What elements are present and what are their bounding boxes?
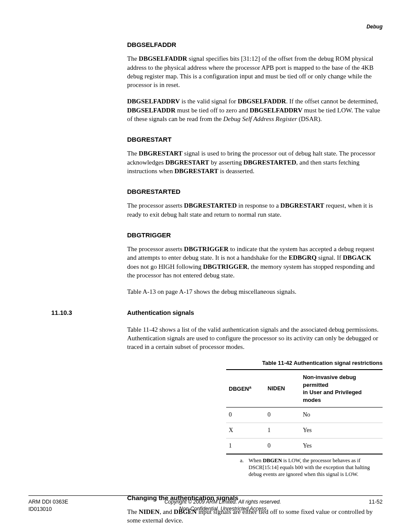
footnote-text: When DBGEN is LOW, the processor behaves… (249, 457, 383, 478)
table-row: 0 0 No (226, 408, 383, 423)
table-row: 1 0 Yes (226, 439, 383, 454)
table-header-row: DBGENa NIDEN Non-invasive debug permitte… (226, 370, 383, 408)
cell-niden: 0 (265, 408, 300, 423)
signal-dbgrestarted: DBGRESTARTED (184, 202, 237, 209)
text: When (249, 457, 263, 464)
heading-dbgtrigger: DBGTRIGGER (127, 231, 383, 240)
text: . If the offset cannot be determined, (286, 98, 378, 105)
para-dbgtrigger-1: The processor asserts DBGTRIGGER to indi… (127, 245, 383, 280)
page-footer: ARM DDI 0363E ID013010 Copyright © 2009 … (28, 495, 383, 513)
text: is the valid signal for (180, 98, 238, 105)
footer-center: Copyright © 2009 ARM Limited. All rights… (115, 498, 331, 513)
para-dbgrestarted-1: The processor asserts DBGRESTARTED in re… (127, 201, 383, 219)
signal-dbgrestart: DBGRESTART (165, 159, 209, 166)
col-niden: NIDEN (265, 370, 300, 408)
signal-dbgselfaddr: DBGSELFADDR (139, 55, 187, 62)
heading-dbgrestart: DBGRESTART (127, 135, 383, 144)
signal-dbgen: DBGEN (263, 457, 282, 464)
table-row: X 1 Yes (226, 423, 383, 439)
text-line2: in User and Privileged modes (303, 389, 362, 403)
cell-dbgen: 1 (226, 439, 265, 454)
para-auth-intro: Table 11-42 shows a list of the valid au… (127, 325, 383, 352)
cell-niden: 0 (265, 439, 300, 454)
footer-right: 11-52 (331, 498, 383, 513)
text: signal. If (317, 254, 343, 261)
copyright-line: Copyright © 2009 ARM Limited. All rights… (165, 499, 281, 505)
access-line: Non-Confidential, Unrestricted Access (179, 506, 266, 512)
signal-dbgselfaddrv: DBGSELFADDRV (249, 107, 302, 114)
para-dbgtrigger-2: Table A-13 on page A-17 shows the debug … (127, 287, 383, 296)
para-dbgrestart-1: The DBGRESTART signal is used to bring t… (127, 149, 383, 175)
section-number: 11.10.3 (51, 309, 72, 317)
text: DBGEN (229, 386, 249, 392)
text: (DSAR). (297, 115, 322, 122)
signal-dbgselfaddr: DBGSELFADDR (127, 107, 175, 114)
page-number: 11-52 (369, 499, 383, 505)
cell-niden: 1 (265, 423, 300, 439)
col-noninvasive: Non-invasive debug permitted in User and… (300, 370, 383, 408)
signal-dbgrestart: DBGRESTART (139, 150, 183, 157)
text: The (127, 55, 139, 62)
register-dsar: Debug Self Address Register (223, 115, 297, 122)
table-footnote: a. When DBGEN is LOW, the processor beha… (240, 457, 383, 478)
page: Debug DBGSELFADDR The DBGSELFADDR signal… (0, 0, 411, 532)
text: The processor asserts (127, 202, 184, 209)
rev-id: ID013010 (28, 506, 52, 512)
cell-dbgen: 0 (226, 408, 265, 423)
signal-dbgack: DBGACK (343, 254, 371, 261)
heading-dbgselfaddr: DBGSELFADDR (127, 40, 383, 49)
text: The processor asserts (127, 246, 184, 252)
signal-dbgselfaddr: DBGSELFADDR (238, 98, 286, 105)
signal-dbgrestart: DBGRESTART (280, 202, 324, 209)
cell-permitted: No (300, 408, 383, 423)
table-caption: Table 11-42 Authentication signal restri… (127, 359, 383, 367)
header-section-label: Debug (367, 23, 383, 30)
footnote-marker-a: a (249, 385, 251, 389)
signal-dbgrestarted: DBGRESTARTED (243, 159, 296, 166)
signal-dbgrestart: DBGRESTART (174, 168, 218, 174)
text: must be tied off to zero and (175, 107, 249, 114)
cell-permitted: Yes (300, 423, 383, 439)
signal-edbgrq: EDBGRQ (289, 254, 317, 261)
col-dbgen: DBGENa (226, 370, 265, 408)
text: The (127, 150, 139, 157)
footer-left: ARM DDI 0363E ID013010 (28, 498, 115, 513)
text-line1: Non-invasive debug permitted (303, 374, 356, 388)
signal-dbgtrigger: DBGTRIGGER (203, 263, 247, 270)
doc-id: ARM DDI 0363E (28, 499, 68, 505)
footnote-marker: a. (240, 457, 249, 478)
text: is deasserted. (218, 168, 255, 174)
text: by asserting (209, 159, 243, 166)
auth-table: DBGENa NIDEN Non-invasive debug permitte… (226, 369, 383, 454)
cell-permitted: Yes (300, 439, 383, 454)
signal-dbgtrigger: DBGTRIGGER (184, 246, 228, 252)
para-dbgselfaddr-1: The DBGSELFADDR signal specifies bits [3… (127, 54, 383, 89)
auth-table-wrap: DBGENa NIDEN Non-invasive debug permitte… (226, 369, 383, 454)
text: does not go HIGH following (127, 263, 203, 270)
para-dbgselfaddr-2: DBGSELFADDRV is the valid signal for DBG… (127, 97, 383, 123)
heading-dbgrestarted: DBGRESTARTED (127, 187, 383, 196)
signal-dbgselfaddrv: DBGSELFADDRV (127, 98, 180, 105)
text: in response to a (237, 202, 280, 209)
content-column: DBGSELFADDR The DBGSELFADDR signal speci… (127, 40, 383, 532)
section-title-authentication-signals: Authentication signals (127, 309, 383, 317)
cell-dbgen: X (226, 423, 265, 439)
